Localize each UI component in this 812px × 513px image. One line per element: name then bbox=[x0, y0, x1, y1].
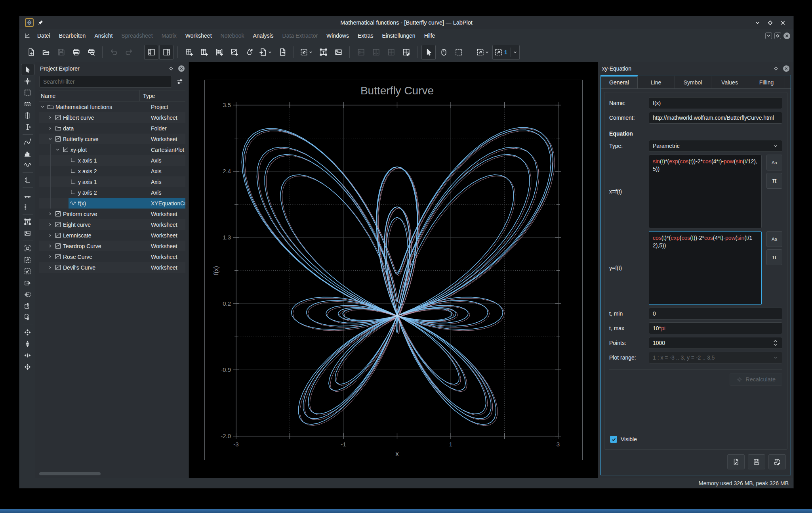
cursor-button[interactable] bbox=[21, 121, 34, 133]
select-region-button[interactable] bbox=[452, 45, 466, 60]
new-project-button[interactable] bbox=[24, 45, 38, 60]
item-name[interactable]: Devil's Curve bbox=[63, 264, 148, 271]
tab-line[interactable]: Line bbox=[638, 75, 675, 88]
name-input[interactable] bbox=[649, 97, 782, 109]
tree-row[interactable]: Mathematical functionsProject bbox=[39, 101, 185, 112]
constants-button[interactable]: π bbox=[766, 249, 782, 265]
expander-closed-icon[interactable] bbox=[47, 255, 53, 259]
minimize-icon[interactable] bbox=[754, 19, 761, 26]
save-button[interactable] bbox=[748, 454, 765, 469]
select-and-edit-button[interactable] bbox=[21, 64, 34, 75]
add-axis-button[interactable] bbox=[21, 174, 34, 186]
menu-ansicht[interactable]: Ansicht bbox=[90, 31, 117, 41]
tab-values[interactable]: Values bbox=[711, 75, 748, 88]
item-name[interactable]: Lemniscate bbox=[63, 232, 148, 239]
horizontal-scrollbar[interactable] bbox=[39, 471, 185, 476]
menu-worksheet[interactable]: Worksheet bbox=[181, 31, 216, 41]
mdi-close-icon[interactable] bbox=[783, 33, 790, 39]
magnification-button[interactable] bbox=[474, 45, 492, 60]
dock-float-icon[interactable] bbox=[168, 65, 174, 72]
shift-right-x-button[interactable] bbox=[21, 277, 34, 289]
points-spinbox[interactable]: 1000 bbox=[649, 337, 782, 349]
select-region-and-zoom-in-button[interactable] bbox=[21, 87, 34, 98]
worksheet-view[interactable]: -3-1133.52.41.30.2-0.9-2.0Butterfly Curv… bbox=[189, 62, 598, 478]
new-matrix-button[interactable] bbox=[212, 45, 226, 60]
item-name[interactable]: y axis 2 bbox=[78, 190, 148, 196]
dock-close-icon[interactable] bbox=[178, 65, 185, 72]
add-image-button[interactable] bbox=[21, 228, 34, 239]
open-project-button[interactable] bbox=[39, 45, 53, 60]
comment-input[interactable] bbox=[649, 112, 782, 124]
tree-row[interactable]: Devil's CurveWorksheet bbox=[39, 262, 185, 273]
navigate-button[interactable] bbox=[436, 45, 451, 60]
add-xy-curve-button[interactable] bbox=[21, 136, 34, 148]
type-combobox[interactable]: Parametric bbox=[649, 140, 782, 152]
tree-row[interactable]: Teardrop CurveWorksheet bbox=[39, 241, 185, 251]
select-y-region-and-zoom-in-button[interactable] bbox=[21, 110, 34, 121]
auto-scale-x-button[interactable] bbox=[21, 338, 34, 350]
zoom-level-button[interactable]: 1 bbox=[492, 45, 520, 60]
shift-up-y-button[interactable] bbox=[21, 300, 34, 312]
worksheet-page[interactable]: -3-1133.52.41.30.2-0.9-2.0Butterfly Curv… bbox=[204, 80, 583, 460]
export-button[interactable] bbox=[275, 45, 290, 60]
expander-closed-icon[interactable] bbox=[47, 222, 53, 227]
select-and-edit-button[interactable] bbox=[421, 45, 436, 60]
dock-close-icon[interactable] bbox=[783, 65, 789, 72]
add-equation-curve-button[interactable] bbox=[21, 159, 34, 171]
column-type[interactable]: Type bbox=[140, 93, 185, 99]
zoom-out-selection-button[interactable] bbox=[21, 266, 34, 277]
expander-closed-icon[interactable] bbox=[47, 233, 53, 237]
menu-analysis[interactable]: Analysis bbox=[248, 31, 278, 41]
add-vertical-axis-button[interactable] bbox=[21, 201, 34, 212]
tree-row[interactable]: LemniscateWorksheet bbox=[39, 230, 185, 241]
auto-scale-fit-button[interactable] bbox=[21, 361, 34, 373]
auto-scale-all-button[interactable] bbox=[21, 327, 34, 338]
item-name[interactable]: Mathematical functions bbox=[55, 104, 148, 110]
tree-row[interactable]: Hilbert curveWorksheet bbox=[39, 112, 185, 123]
print-preview-button[interactable] bbox=[84, 45, 98, 60]
load-template-button[interactable] bbox=[727, 454, 745, 469]
expander-closed-icon[interactable] bbox=[47, 265, 53, 270]
expander-closed-icon[interactable] bbox=[47, 126, 53, 130]
x-equation-input[interactable]: sin(t)*(exp(cos(t))-2*cos(4*t)-pow(sin(t… bbox=[649, 155, 762, 228]
menu-datei[interactable]: Datei bbox=[33, 31, 55, 41]
pin-icon[interactable] bbox=[38, 20, 44, 26]
print-button[interactable] bbox=[69, 45, 83, 60]
item-name[interactable]: Butterfly curve bbox=[63, 136, 148, 142]
expander-open-icon[interactable] bbox=[39, 105, 46, 109]
item-name[interactable]: x axis 1 bbox=[78, 157, 148, 164]
constants-button[interactable]: π bbox=[766, 173, 782, 189]
item-name[interactable]: Eight curve bbox=[63, 222, 148, 228]
item-name[interactable]: Piriform curve bbox=[63, 211, 148, 217]
tree-column-headers[interactable]: Name Type bbox=[39, 90, 185, 101]
mdi-restore-icon[interactable] bbox=[765, 33, 772, 39]
properties-header[interactable]: xy-Equation bbox=[598, 62, 793, 75]
spinner-arrows-icon[interactable] bbox=[772, 339, 778, 346]
tree-row[interactable]: y axis 2Axis bbox=[39, 187, 185, 198]
tree-row[interactable]: dataFolder bbox=[39, 123, 185, 134]
expander-open-icon[interactable] bbox=[47, 137, 53, 141]
menu-extras[interactable]: Extras bbox=[353, 31, 378, 41]
item-name[interactable]: x axis 2 bbox=[78, 168, 148, 174]
expander-closed-icon[interactable] bbox=[47, 115, 53, 120]
add-text-frame-button[interactable] bbox=[316, 45, 330, 60]
tree-row[interactable]: x axis 2Axis bbox=[39, 166, 185, 176]
tab-symbol[interactable]: Symbol bbox=[675, 75, 711, 88]
item-name[interactable]: f(x) bbox=[78, 200, 148, 207]
menu-bearbeiten[interactable]: Bearbeiten bbox=[55, 31, 90, 41]
tree-row[interactable]: xy-plotCartesianPlot bbox=[39, 144, 185, 155]
crosshair-button[interactable] bbox=[21, 75, 34, 87]
item-name[interactable]: Teardrop Curve bbox=[63, 243, 148, 249]
butterfly-plot[interactable]: -3-1133.52.41.30.2-0.9-2.0Butterfly Curv… bbox=[205, 80, 582, 460]
column-name[interactable]: Name bbox=[39, 90, 140, 101]
item-name[interactable]: y axis 1 bbox=[78, 179, 148, 185]
menu-hilfe[interactable]: Hilfe bbox=[420, 31, 440, 41]
shift-down-y-button[interactable] bbox=[21, 312, 34, 323]
import-data-button[interactable] bbox=[257, 45, 274, 60]
maximize-icon[interactable] bbox=[766, 19, 774, 26]
shift-left-x-button[interactable] bbox=[21, 289, 34, 300]
visible-checkbox[interactable] bbox=[610, 436, 617, 443]
toggle-properties-explorer-button[interactable] bbox=[159, 45, 173, 60]
tree-row[interactable]: x axis 1Axis bbox=[39, 155, 185, 166]
auto-scale-y-button[interactable] bbox=[21, 350, 34, 361]
